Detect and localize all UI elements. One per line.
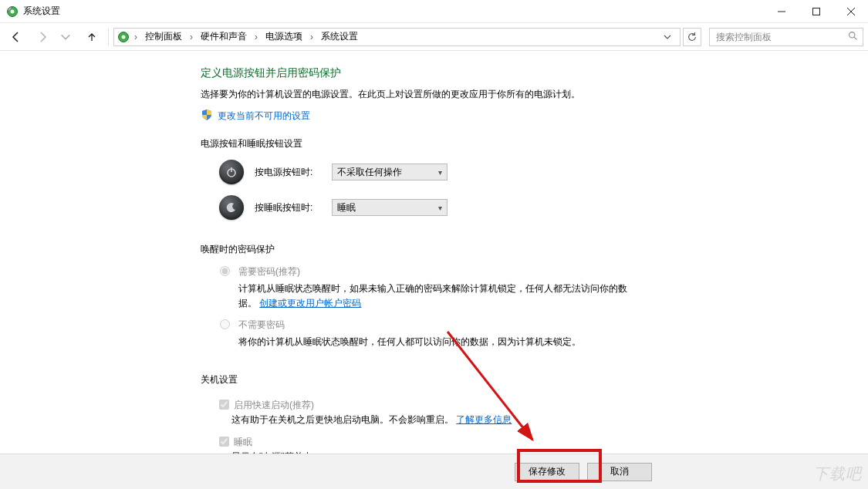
maximize-button[interactable] — [799, 0, 833, 23]
section-shutdown-title: 关机设置 — [201, 373, 702, 386]
radio-label: 不需要密码 — [238, 319, 581, 332]
shield-icon — [201, 109, 213, 123]
section-power-title: 电源按钮和睡眠按钮设置 — [201, 137, 702, 150]
checkbox-input[interactable] — [219, 437, 229, 447]
checkbox-desc: 这有助于在关机之后更快地启动电脑。不会影响重启。 了解更多信息 — [231, 413, 702, 427]
minimize-button[interactable] — [764, 0, 799, 23]
save-button[interactable]: 保存修改 — [515, 463, 579, 481]
address-bar-row: › 控制面板 › 硬件和声音 › 电源选项 › 系统设置 — [0, 23, 868, 51]
forward-button[interactable] — [31, 26, 54, 48]
sleep-icon — [219, 195, 244, 220]
cancel-button[interactable]: 取消 — [587, 463, 652, 481]
svg-point-7 — [122, 35, 126, 39]
breadcrumb-item[interactable]: 系统设置 — [318, 30, 361, 43]
chevron-right-icon[interactable]: › — [253, 32, 259, 42]
checkbox-label: 启用快速启动(推荐) — [234, 400, 314, 410]
svg-point-1 — [11, 9, 15, 13]
admin-settings-link[interactable]: 更改当前不可用的设置 — [218, 110, 310, 123]
learn-more-link[interactable]: 了解更多信息 — [456, 414, 512, 425]
location-icon — [117, 31, 130, 43]
window-title: 系统设置 — [23, 5, 60, 18]
address-dropdown-button[interactable] — [658, 29, 677, 46]
breadcrumb-item[interactable]: 硬件和声音 — [198, 30, 250, 43]
search-input[interactable] — [714, 31, 838, 43]
radio-no-password: 不需要密码 将你的计算机从睡眠状态唤醒时，任何人都可以访问你的数据，因为计算机未… — [216, 319, 702, 349]
power-button-label: 按电源按钮时: — [255, 166, 321, 179]
content-area: 定义电源按钮并启用密码保护 选择要为你的计算机设置的电源设置。在此页上对设置所做… — [0, 51, 868, 454]
svg-point-8 — [849, 32, 855, 37]
sleep-button-label: 按睡眠按钮时: — [255, 201, 321, 214]
power-button-select[interactable]: 不采取任何操作 ▾ — [332, 164, 448, 180]
svg-rect-3 — [812, 8, 819, 15]
chevron-right-icon[interactable]: › — [133, 32, 139, 42]
app-icon — [6, 5, 19, 18]
title-bar: 系统设置 — [0, 0, 868, 23]
sleep-button-select[interactable]: 睡眠 ▾ — [332, 199, 448, 216]
checkbox-input[interactable] — [219, 400, 229, 410]
chevron-right-icon[interactable]: › — [309, 32, 315, 42]
page-subtext: 选择要为你的计算机设置的电源设置。在此页上对设置所做的更改应用于你所有的电源计划… — [201, 88, 702, 101]
checkbox-desc-text: 这有助于在关机之后更快地启动电脑。不会影响重启。 — [231, 414, 454, 425]
separator — [108, 29, 109, 46]
refresh-button[interactable] — [683, 28, 701, 46]
breadcrumb-bar[interactable]: › 控制面板 › 硬件和声音 › 电源选项 › 系统设置 — [113, 28, 681, 46]
radio-label: 需要密码(推荐) — [238, 265, 640, 278]
power-icon — [219, 160, 244, 184]
breadcrumb-item[interactable]: 电源选项 — [262, 30, 306, 43]
select-value: 不采取任何操作 — [337, 166, 402, 179]
power-button-row: 按电源按钮时: 不采取任何操作 ▾ — [219, 160, 702, 184]
chevron-right-icon[interactable]: › — [188, 32, 194, 42]
page-heading: 定义电源按钮并启用密码保护 — [201, 66, 702, 80]
radio-desc: 计算机从睡眠状态唤醒时，如果未输入正确的密码来解除计算机锁定，任何人都无法访问你… — [238, 282, 640, 311]
radio-require-password: 需要密码(推荐) 计算机从睡眠状态唤醒时，如果未输入正确的密码来解除计算机锁定，… — [216, 265, 702, 311]
chevron-down-icon: ▾ — [438, 204, 442, 212]
back-button[interactable] — [5, 26, 28, 48]
up-button[interactable] — [80, 26, 103, 48]
watermark: 下载吧 — [813, 464, 862, 484]
radio-desc: 将你的计算机从睡眠状态唤醒时，任何人都可以访问你的数据，因为计算机未锁定。 — [238, 335, 581, 349]
search-icon — [848, 31, 858, 43]
radio-input[interactable] — [220, 266, 230, 276]
recent-locations-button[interactable] — [54, 26, 77, 48]
check-fast-startup: 启用快速启动(推荐) 这有助于在关机之后更快地启动电脑。不会影响重启。 了解更多… — [216, 396, 702, 427]
chevron-down-icon: ▾ — [438, 168, 442, 177]
create-password-link[interactable]: 创建或更改用户帐户密码 — [259, 298, 361, 309]
select-value: 睡眠 — [337, 201, 356, 214]
section-wake-title: 唤醒时的密码保护 — [201, 243, 702, 256]
check-sleep: 睡眠 显示在"电源"菜单中。 — [216, 433, 702, 454]
footer-bar: 保存修改 取消 — [0, 454, 868, 489]
sleep-button-row: 按睡眠按钮时: 睡眠 ▾ — [219, 195, 702, 220]
checkbox-label: 睡眠 — [234, 437, 252, 447]
breadcrumb-item[interactable]: 控制面板 — [142, 30, 185, 43]
svg-line-9 — [854, 37, 856, 39]
close-button[interactable] — [833, 0, 868, 23]
radio-input[interactable] — [220, 319, 230, 329]
search-box[interactable] — [709, 28, 863, 46]
